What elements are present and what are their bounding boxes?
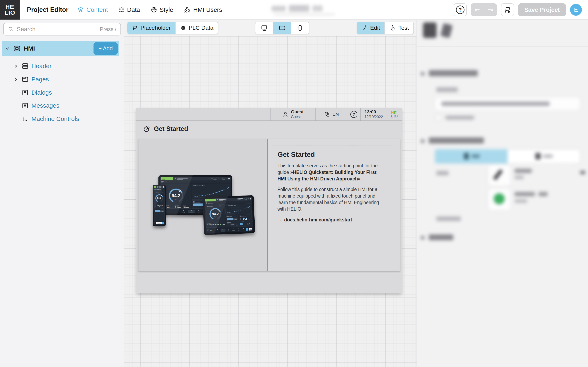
editor-canvas: Placeholder PLC Data xyxy=(124,20,416,367)
inspector-tool-icon[interactable] xyxy=(423,22,437,38)
svg-text:Production: Production xyxy=(162,177,167,179)
logo-line-top: HE xyxy=(5,4,14,10)
tab-data[interactable]: Data xyxy=(118,6,140,13)
data-mode-switch: Placeholder PLC Data xyxy=(127,22,218,34)
test-mode-button[interactable]: Test xyxy=(384,22,413,34)
svg-text:Start: Start xyxy=(198,212,200,213)
segment-active-blurred[interactable] xyxy=(435,149,508,164)
device-phone-button[interactable] xyxy=(291,22,309,34)
statusbar-help[interactable]: ? xyxy=(347,108,360,120)
machine-controls-icon xyxy=(22,115,29,122)
add-button[interactable]: + Add xyxy=(94,42,118,55)
tab-hmi-users[interactable]: HMI Users xyxy=(184,6,222,13)
tab-label: HMI Users xyxy=(193,6,222,13)
monitor-icon xyxy=(261,25,268,31)
svg-text:6 pcs: 6 pcs xyxy=(222,224,225,225)
segment-label: PLC Data xyxy=(189,25,213,31)
tree-label: Header xyxy=(31,63,52,69)
undo-button[interactable] xyxy=(471,3,484,16)
tree-item-messages[interactable]: Messages xyxy=(22,100,60,112)
statusbar-spacer xyxy=(136,108,270,120)
tab-style[interactable]: Style xyxy=(151,6,173,13)
chevron-right-icon[interactable] xyxy=(13,63,19,69)
svg-text:6 pcs: 6 pcs xyxy=(177,206,181,208)
canvas-toolbar: Placeholder PLC Data xyxy=(124,20,416,36)
nav-actions: ? Save Project E xyxy=(454,3,582,16)
plc-data-mode-button[interactable]: PLC Data xyxy=(175,22,218,34)
device-desktop-button[interactable] xyxy=(255,22,273,34)
field-label-bar xyxy=(436,217,461,221)
hmi-statusbar: Guest Guest EN ? 13:00 12/10/ xyxy=(136,108,402,121)
tree-guide-line xyxy=(7,57,7,115)
chevron-right-icon[interactable] xyxy=(13,76,19,82)
inspector-tool-icon[interactable] xyxy=(440,23,453,38)
svg-text:Remaining: Remaining xyxy=(214,223,218,224)
hmi-page-title: Get Started xyxy=(154,125,188,133)
main-tabs: Content Data Style HMI Users xyxy=(77,6,222,13)
help-button[interactable]: ? xyxy=(454,3,467,16)
undo-redo-group xyxy=(471,3,497,16)
tree-item-hmi[interactable]: HMI + Add xyxy=(2,41,119,56)
svg-text:Process: Process xyxy=(222,230,224,231)
section-chevron[interactable] xyxy=(421,140,424,143)
option-text-bar xyxy=(539,192,548,196)
helio-color-logo: HE LIO xyxy=(391,111,398,118)
help-icon: ? xyxy=(456,6,465,14)
svg-text:Dashboard: Dashboard xyxy=(156,189,161,190)
canvas-grid[interactable]: Guest Guest EN ? 13:00 12/10/ xyxy=(124,36,416,367)
edit-mode-button[interactable]: Edit xyxy=(357,22,384,34)
dialogs-icon xyxy=(22,89,29,96)
chevron-down-icon[interactable] xyxy=(580,171,585,174)
hand-pointer-icon xyxy=(389,25,396,31)
section-chevron[interactable] xyxy=(421,236,424,239)
mode-switch: Edit Test xyxy=(357,22,414,34)
section-title-bar xyxy=(429,70,478,76)
segment-icon xyxy=(464,153,469,159)
publish-preview-button[interactable] xyxy=(501,3,514,16)
statusbar-logo: HE LIO xyxy=(387,108,402,120)
search-input[interactable] xyxy=(17,26,97,33)
svg-text:Production: Production xyxy=(232,230,235,231)
top-navigation: HE LIO Project Editor Content Data xyxy=(0,0,588,20)
placeholder-mode-button[interactable]: Placeholder xyxy=(127,22,175,34)
save-project-button[interactable]: Save Project xyxy=(518,3,566,16)
svg-text:80 mBar: 80 mBar xyxy=(233,219,237,220)
svg-text:Throughput: Throughput xyxy=(207,223,211,224)
svg-text:Production: Production xyxy=(155,192,159,193)
hmi-preview[interactable]: Guest Guest EN ? 13:00 12/10/ xyxy=(136,108,402,293)
chevron-down-icon[interactable] xyxy=(4,46,10,51)
svg-text:210 pcs/h: 210 pcs/h xyxy=(209,224,214,225)
svg-text:°C: °C xyxy=(249,218,250,220)
tree-label: HMI xyxy=(24,45,90,52)
redo-button[interactable] xyxy=(484,3,497,16)
stopwatch-icon xyxy=(143,125,150,133)
inspector-divider xyxy=(417,46,588,47)
statusbar-user[interactable]: Guest Guest xyxy=(270,108,315,120)
statusbar-clock: 13:00 12/10/2022 xyxy=(360,108,387,120)
svg-text:Operator: Operator xyxy=(213,179,217,180)
rich-text-widget[interactable]: Get Started This template serves as the … xyxy=(272,146,391,228)
svg-text:147 pcs: 147 pcs xyxy=(214,224,219,225)
statusbar-language[interactable]: EN xyxy=(315,108,347,120)
svg-text:Rejected: Rejected xyxy=(174,205,179,206)
device-montage: Production Running Randy Spielberg Opera… xyxy=(138,139,268,271)
section-chevron[interactable] xyxy=(421,72,424,75)
tree-item-pages[interactable]: Pages xyxy=(13,73,49,85)
tree-item-machine-controls[interactable]: Machine Controls xyxy=(22,113,79,125)
svg-text:Target: Target xyxy=(183,205,186,206)
hmi-content-region: Production Running Randy Spielberg Opera… xyxy=(138,139,400,271)
tree-item-header[interactable]: Header xyxy=(13,60,52,72)
green-status-dot xyxy=(494,193,505,204)
segment-label: Placeholder xyxy=(140,25,171,31)
segment-icon xyxy=(535,153,541,159)
hero-image-cell[interactable]: Production Running Randy Spielberg Opera… xyxy=(138,139,268,271)
tree-item-dialogs[interactable]: Dialogs xyxy=(22,86,52,99)
svg-text:Rejected: Rejected xyxy=(220,222,223,224)
device-tablet-button[interactable] xyxy=(273,22,291,34)
user-avatar[interactable]: E xyxy=(570,4,582,16)
svg-text:Running: Running xyxy=(162,179,165,180)
quickstart-link[interactable]: → docs.helio-hmi.com/quickstart xyxy=(277,217,386,223)
toggle-blurred[interactable] xyxy=(435,115,441,121)
svg-text:→ Start: → Start xyxy=(249,229,252,230)
tab-content[interactable]: Content xyxy=(77,6,108,13)
